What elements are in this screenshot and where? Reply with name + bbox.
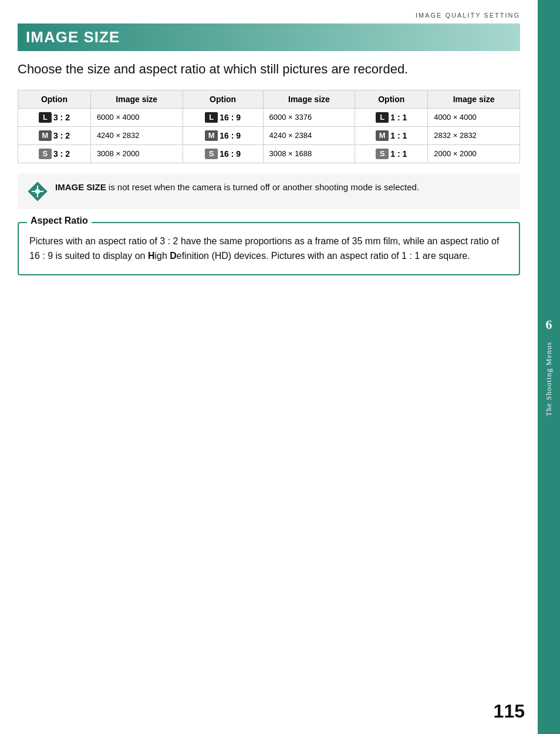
table-cell-size3-row2: 2000 × 2000 (428, 144, 520, 163)
table-row: S3 : 23008 × 2000S16 : 93008 × 1688S1 : … (18, 144, 520, 163)
aspect-ratio-body: Pictures with an aspect ratio of 3 : 2 h… (19, 223, 519, 274)
table-cell-size2-row1: 4240 × 2384 (263, 126, 355, 144)
table-cell-option1-row2: S3 : 2 (18, 144, 91, 163)
table-cell-option3-row1: M1 : 1 (355, 126, 428, 144)
table-cell-option1-row1: M3 : 2 (18, 126, 91, 144)
col-header-5: Option (355, 90, 428, 108)
col-header-3: Option (183, 90, 263, 108)
badge-s-3-row2: S (376, 149, 389, 159)
table-cell-option2-row0: L16 : 9 (183, 108, 263, 126)
note-box: IMAGE SIZE is not reset when the camera … (18, 174, 520, 209)
svg-point-3 (35, 189, 40, 194)
table-cell-size1-row0: 6000 × 4000 (90, 108, 183, 126)
image-size-table: Option Image size Option Image size Opti… (18, 90, 520, 163)
note-icon (27, 181, 48, 202)
table-cell-option2-row1: M16 : 9 (183, 126, 263, 144)
table-row: M3 : 24240 × 2832M16 : 94240 × 2384M1 : … (18, 126, 520, 144)
sidebar: 6 The Shooting Menus (538, 0, 560, 734)
intro-paragraph: Choose the size and aspect ratio at whic… (18, 60, 520, 78)
col-header-2: Image size (90, 90, 183, 108)
aspect-ratio-section: Aspect Ratio Pictures with an aspect rat… (18, 222, 520, 275)
aspect-ratio-bold2: D (170, 251, 177, 261)
table-cell-size2-row0: 6000 × 3376 (263, 108, 355, 126)
page-header-text: IMAGE QUALITY SETTING (416, 12, 520, 19)
table-cell-option3-row0: L1 : 1 (355, 108, 428, 126)
badge-m-3-row1: M (376, 130, 389, 141)
table-cell-option1-row0: L3 : 2 (18, 108, 91, 126)
title-bar: IMAGE SIZE (18, 23, 520, 51)
badge-s-1-row2: S (39, 149, 52, 159)
note-bold: IMAGE SIZE (55, 182, 106, 192)
table-cell-option3-row2: S1 : 1 (355, 144, 428, 163)
chapter-label: The Shooting Menus (544, 342, 554, 416)
table-cell-size2-row2: 3008 × 1688 (263, 144, 355, 163)
table-cell-option2-row2: S16 : 9 (183, 144, 263, 163)
col-header-4: Image size (263, 90, 355, 108)
table-cell-size1-row2: 3008 × 2000 (90, 144, 183, 163)
aspect-ratio-bold1: H (148, 251, 155, 261)
page-number: 115 (494, 701, 525, 722)
main-content: IMAGE QUALITY SETTING IMAGE SIZE Choose … (0, 0, 538, 734)
badge-m-1-row1: M (39, 130, 52, 141)
badge-l-1-row0: L (39, 112, 52, 123)
badge-l-3-row0: L (376, 112, 389, 123)
title-bar-text: IMAGE SIZE (26, 28, 120, 46)
note-text: IMAGE SIZE is not reset when the camera … (55, 181, 419, 194)
page-header: IMAGE QUALITY SETTING (18, 12, 520, 19)
note-body: is not reset when the camera is turned o… (106, 182, 419, 192)
col-header-6: Image size (428, 90, 520, 108)
col-header-1: Option (18, 90, 91, 108)
badge-l-2-row0: L (205, 112, 218, 123)
aspect-ratio-title: Aspect Ratio (27, 216, 92, 226)
table-cell-size3-row0: 4000 × 4000 (428, 108, 520, 126)
badge-m-2-row1: M (205, 130, 218, 141)
table-cell-size1-row1: 4240 × 2832 (90, 126, 183, 144)
chapter-number: 6 (546, 317, 552, 332)
badge-s-2-row2: S (205, 149, 218, 159)
table-cell-size3-row1: 2832 × 2832 (428, 126, 520, 144)
aspect-ratio-text3: efinition (HD) devices. Pictures with an… (177, 251, 470, 261)
aspect-ratio-text2: igh (154, 251, 170, 261)
table-row: L3 : 26000 × 4000L16 : 96000 × 3376L1 : … (18, 108, 520, 126)
